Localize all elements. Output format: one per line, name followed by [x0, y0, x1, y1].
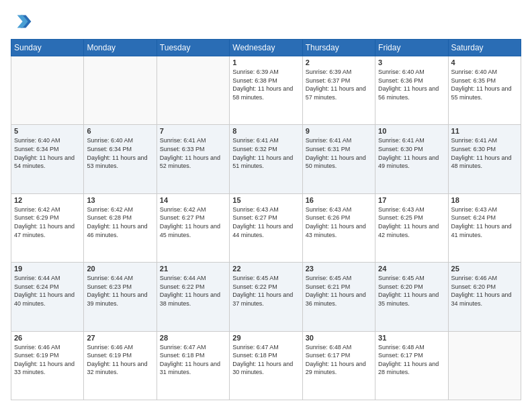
- day-number: 29: [232, 334, 299, 342]
- logo: [11, 11, 35, 32]
- day-number: 18: [451, 196, 518, 204]
- page: SundayMondayTuesdayWednesdayThursdayFrid…: [0, 0, 532, 411]
- calendar-cell: 23 Sunrise: 6:45 AMSunset: 6:21 PMDaylig…: [302, 263, 375, 331]
- calendar-cell: [11, 56, 84, 125]
- day-info: Sunrise: 6:43 AMSunset: 6:25 PMDaylight:…: [378, 206, 439, 238]
- calendar-cell: 20 Sunrise: 6:44 AMSunset: 6:23 PMDaylig…: [84, 263, 157, 331]
- calendar-table: SundayMondayTuesdayWednesdayThursdayFrid…: [11, 39, 521, 400]
- day-number: 3: [378, 58, 445, 66]
- day-info: Sunrise: 6:39 AMSunset: 6:38 PMDaylight:…: [232, 68, 293, 101]
- day-info: Sunrise: 6:47 AMSunset: 6:18 PMDaylight:…: [232, 344, 293, 376]
- calendar-cell: 7 Sunrise: 6:41 AMSunset: 6:33 PMDayligh…: [157, 125, 229, 193]
- calendar-cell: 1 Sunrise: 6:39 AMSunset: 6:38 PMDayligh…: [230, 56, 302, 125]
- day-number: 16: [306, 196, 372, 204]
- day-info: Sunrise: 6:43 AMSunset: 6:26 PMDaylight:…: [306, 206, 366, 238]
- calendar-cell: 2 Sunrise: 6:39 AMSunset: 6:37 PMDayligh…: [302, 56, 375, 125]
- day-number: 21: [160, 265, 226, 273]
- calendar-cell: [448, 331, 521, 400]
- day-info: Sunrise: 6:39 AMSunset: 6:37 PMDaylight:…: [306, 68, 366, 101]
- weekday-header-wednesday: Wednesday: [230, 40, 302, 56]
- calendar-cell: 22 Sunrise: 6:45 AMSunset: 6:22 PMDaylig…: [230, 263, 302, 331]
- day-info: Sunrise: 6:41 AMSunset: 6:30 PMDaylight:…: [378, 137, 439, 169]
- day-info: Sunrise: 6:41 AMSunset: 6:32 PMDaylight:…: [232, 137, 293, 169]
- day-number: 12: [14, 196, 81, 204]
- weekday-header-row: SundayMondayTuesdayWednesdayThursdayFrid…: [11, 40, 521, 56]
- day-number: 2: [306, 58, 372, 66]
- day-number: 7: [160, 127, 226, 135]
- day-info: Sunrise: 6:42 AMSunset: 6:27 PMDaylight:…: [160, 206, 220, 238]
- day-number: 9: [306, 127, 372, 135]
- day-number: 15: [232, 196, 299, 204]
- day-info: Sunrise: 6:40 AMSunset: 6:36 PMDaylight:…: [378, 68, 439, 101]
- week-row-3: 12 Sunrise: 6:42 AMSunset: 6:29 PMDaylig…: [11, 193, 521, 262]
- day-info: Sunrise: 6:42 AMSunset: 6:29 PMDaylight:…: [14, 206, 75, 238]
- calendar-cell: [157, 56, 229, 125]
- day-number: 24: [378, 265, 445, 273]
- calendar-cell: 6 Sunrise: 6:40 AMSunset: 6:34 PMDayligh…: [84, 125, 157, 193]
- day-number: 26: [14, 334, 81, 342]
- day-number: 4: [451, 58, 518, 66]
- day-number: 14: [160, 196, 226, 204]
- day-info: Sunrise: 6:40 AMSunset: 6:34 PMDaylight:…: [87, 137, 147, 169]
- day-info: Sunrise: 6:41 AMSunset: 6:33 PMDaylight:…: [160, 137, 220, 169]
- calendar-cell: 26 Sunrise: 6:46 AMSunset: 6:19 PMDaylig…: [11, 331, 84, 400]
- day-info: Sunrise: 6:45 AMSunset: 6:22 PMDaylight:…: [232, 275, 293, 307]
- week-row-4: 19 Sunrise: 6:44 AMSunset: 6:24 PMDaylig…: [11, 263, 521, 331]
- calendar-cell: 29 Sunrise: 6:47 AMSunset: 6:18 PMDaylig…: [230, 331, 302, 400]
- calendar-cell: 5 Sunrise: 6:40 AMSunset: 6:34 PMDayligh…: [11, 125, 84, 193]
- day-number: 11: [451, 127, 518, 135]
- day-info: Sunrise: 6:44 AMSunset: 6:23 PMDaylight:…: [87, 275, 147, 307]
- day-number: 28: [160, 334, 226, 342]
- day-info: Sunrise: 6:45 AMSunset: 6:21 PMDaylight:…: [306, 275, 366, 307]
- calendar-cell: 14 Sunrise: 6:42 AMSunset: 6:27 PMDaylig…: [157, 193, 229, 262]
- day-number: 8: [232, 127, 299, 135]
- weekday-header-sunday: Sunday: [11, 40, 84, 56]
- day-number: 22: [232, 265, 299, 273]
- logo-icon: [11, 11, 32, 32]
- day-info: Sunrise: 6:46 AMSunset: 6:19 PMDaylight:…: [87, 344, 147, 376]
- day-number: 17: [378, 196, 445, 204]
- day-info: Sunrise: 6:44 AMSunset: 6:22 PMDaylight:…: [160, 275, 220, 307]
- header: [11, 11, 521, 32]
- weekday-header-monday: Monday: [84, 40, 157, 56]
- day-info: Sunrise: 6:43 AMSunset: 6:24 PMDaylight:…: [451, 206, 512, 238]
- calendar-cell: 16 Sunrise: 6:43 AMSunset: 6:26 PMDaylig…: [302, 193, 375, 262]
- weekday-header-tuesday: Tuesday: [157, 40, 229, 56]
- day-info: Sunrise: 6:42 AMSunset: 6:28 PMDaylight:…: [87, 206, 147, 238]
- calendar-cell: 27 Sunrise: 6:46 AMSunset: 6:19 PMDaylig…: [84, 331, 157, 400]
- calendar-cell: 24 Sunrise: 6:45 AMSunset: 6:20 PMDaylig…: [375, 263, 448, 331]
- calendar-cell: 9 Sunrise: 6:41 AMSunset: 6:31 PMDayligh…: [302, 125, 375, 193]
- calendar-cell: 17 Sunrise: 6:43 AMSunset: 6:25 PMDaylig…: [375, 193, 448, 262]
- day-info: Sunrise: 6:46 AMSunset: 6:20 PMDaylight:…: [451, 275, 512, 307]
- day-number: 23: [306, 265, 372, 273]
- calendar-cell: 15 Sunrise: 6:43 AMSunset: 6:27 PMDaylig…: [230, 193, 302, 262]
- day-info: Sunrise: 6:43 AMSunset: 6:27 PMDaylight:…: [232, 206, 293, 238]
- calendar-cell: 18 Sunrise: 6:43 AMSunset: 6:24 PMDaylig…: [448, 193, 521, 262]
- week-row-2: 5 Sunrise: 6:40 AMSunset: 6:34 PMDayligh…: [11, 125, 521, 193]
- day-info: Sunrise: 6:40 AMSunset: 6:34 PMDaylight:…: [14, 137, 75, 169]
- day-info: Sunrise: 6:47 AMSunset: 6:18 PMDaylight:…: [160, 344, 220, 376]
- day-number: 10: [378, 127, 445, 135]
- calendar-cell: 11 Sunrise: 6:41 AMSunset: 6:30 PMDaylig…: [448, 125, 521, 193]
- day-number: 30: [306, 334, 372, 342]
- calendar-cell: 31 Sunrise: 6:48 AMSunset: 6:17 PMDaylig…: [375, 331, 448, 400]
- day-info: Sunrise: 6:41 AMSunset: 6:30 PMDaylight:…: [451, 137, 512, 169]
- day-info: Sunrise: 6:41 AMSunset: 6:31 PMDaylight:…: [306, 137, 366, 169]
- calendar-cell: 28 Sunrise: 6:47 AMSunset: 6:18 PMDaylig…: [157, 331, 229, 400]
- day-number: 31: [378, 334, 445, 342]
- calendar-cell: 19 Sunrise: 6:44 AMSunset: 6:24 PMDaylig…: [11, 263, 84, 331]
- day-number: 25: [451, 265, 518, 273]
- day-number: 19: [14, 265, 81, 273]
- calendar-cell: 10 Sunrise: 6:41 AMSunset: 6:30 PMDaylig…: [375, 125, 448, 193]
- calendar-cell: 13 Sunrise: 6:42 AMSunset: 6:28 PMDaylig…: [84, 193, 157, 262]
- day-number: 6: [87, 127, 153, 135]
- day-number: 5: [14, 127, 81, 135]
- calendar-cell: 12 Sunrise: 6:42 AMSunset: 6:29 PMDaylig…: [11, 193, 84, 262]
- week-row-1: 1 Sunrise: 6:39 AMSunset: 6:38 PMDayligh…: [11, 56, 521, 125]
- day-number: 13: [87, 196, 153, 204]
- calendar-cell: 8 Sunrise: 6:41 AMSunset: 6:32 PMDayligh…: [230, 125, 302, 193]
- day-info: Sunrise: 6:46 AMSunset: 6:19 PMDaylight:…: [14, 344, 75, 376]
- day-info: Sunrise: 6:48 AMSunset: 6:17 PMDaylight:…: [306, 344, 366, 376]
- calendar-cell: 25 Sunrise: 6:46 AMSunset: 6:20 PMDaylig…: [448, 263, 521, 331]
- calendar-cell: 21 Sunrise: 6:44 AMSunset: 6:22 PMDaylig…: [157, 263, 229, 331]
